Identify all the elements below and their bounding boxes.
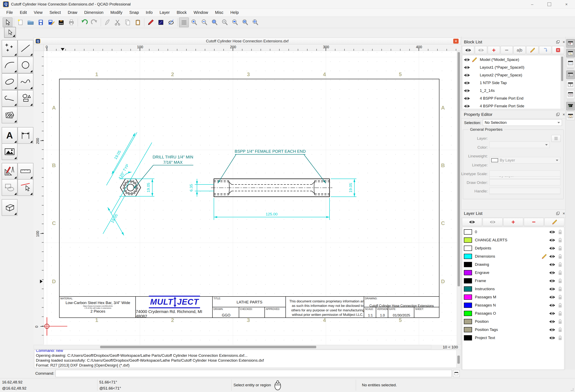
paste-button[interactable] [133, 18, 143, 27]
zoom-window-button[interactable] [240, 18, 250, 27]
menu-view[interactable]: View [30, 9, 46, 16]
layer-visible-icon[interactable] [549, 311, 555, 316]
layer-row[interactable]: Position [462, 317, 564, 326]
block-rename-button[interactable]: a|b [513, 46, 526, 54]
lock-icon[interactable] [558, 229, 563, 235]
layer-row[interactable]: Drawing [462, 261, 564, 269]
toggle-selection-filter-panel[interactable] [566, 80, 575, 89]
block-remove-button[interactable]: − [501, 46, 513, 54]
arc-tools-button[interactable] [2, 57, 18, 73]
layer-combo[interactable] [489, 142, 550, 148]
layer-row-current[interactable]: Dimensions [462, 252, 564, 261]
block-row[interactable]: 1 NTP Side Tap [462, 79, 564, 87]
redo-button[interactable] [90, 18, 99, 27]
lock-icon[interactable] [558, 303, 563, 308]
open-file-button[interactable] [26, 18, 35, 27]
circle-tools-button[interactable] [18, 57, 33, 73]
block-row[interactable]: 1_2_14s [462, 87, 564, 95]
lock-icon[interactable] [558, 278, 563, 284]
block-row[interactable]: 4 BSPP Female Port Side [462, 102, 564, 110]
command-input[interactable] [55, 370, 452, 377]
layer-row[interactable]: Engrave [462, 269, 564, 277]
maximize-button[interactable] [541, 0, 558, 9]
layer-visible-icon[interactable] [549, 246, 555, 250]
zoom-in-button[interactable] [189, 18, 199, 27]
viewport-vscrollbar[interactable] [457, 51, 461, 345]
shape-tools-button[interactable] [18, 90, 33, 107]
dimension-tools-button[interactable] [18, 127, 33, 144]
block-show-all-button[interactable] [462, 46, 474, 54]
drawing-viewport[interactable]: 1 2 3 4 5 1 2 3 4 5 A B C D A B C D [44, 51, 457, 345]
close-panel-icon[interactable]: × [563, 212, 565, 215]
lock-icon[interactable] [558, 254, 563, 259]
menu-dimension[interactable]: Dimension [81, 9, 107, 16]
point-tools-button[interactable] [2, 40, 18, 57]
layer-visible-icon[interactable] [549, 271, 555, 275]
toggle-command-line-panel[interactable] [566, 102, 575, 110]
layer-show-all-button[interactable] [462, 218, 482, 226]
layer-row[interactable]: Passages N [462, 301, 564, 309]
block-list-header[interactable]: Block List × [461, 38, 568, 46]
block-add-button[interactable]: + [488, 46, 500, 54]
selection-combo[interactable]: No Selection [483, 119, 562, 126]
toggle-library-panel[interactable] [566, 49, 575, 57]
ellipse-tools-button[interactable] [2, 73, 18, 90]
lock-icon[interactable] [558, 270, 563, 276]
block-hide-all-button[interactable] [475, 46, 487, 54]
toggle-block-list-panel[interactable] [566, 39, 575, 48]
layer-visible-icon[interactable] [549, 336, 555, 340]
layer-visible-icon[interactable] [549, 303, 555, 307]
menu-draw[interactable]: Draw [64, 9, 81, 16]
select-tool-button[interactable] [3, 18, 12, 27]
glue-tool-button[interactable] [102, 18, 112, 27]
block-purge-button[interactable]: ✕ [552, 46, 564, 54]
menu-select[interactable]: Select [46, 9, 64, 16]
save-button[interactable] [36, 18, 46, 27]
float-panel-icon[interactable] [556, 113, 560, 116]
solid-tools-button[interactable] [2, 199, 18, 216]
viewport-hscrollbar[interactable] [34, 345, 431, 349]
layer-visible-icon[interactable] [549, 328, 555, 332]
menu-edit[interactable]: Edit [16, 9, 30, 16]
menu-file[interactable]: File [3, 9, 16, 16]
lock-icon[interactable] [558, 319, 563, 324]
print-preview-button[interactable] [67, 18, 76, 27]
image-tools-button[interactable] [2, 143, 18, 160]
block-row[interactable]: 4 BSPP Female Port End [462, 94, 564, 102]
layer-visible-icon[interactable] [549, 320, 555, 324]
lock-icon[interactable] [558, 294, 563, 300]
lock-icon[interactable] [558, 262, 563, 267]
block-list[interactable]: Model (*Model_Space) Layout1 (*Paper_Spa… [462, 55, 564, 109]
minimize-button[interactable]: – [524, 0, 541, 9]
zoom-out-button[interactable] [199, 18, 209, 27]
undo-button[interactable] [79, 18, 89, 27]
close-panel-icon[interactable]: × [563, 40, 565, 44]
layer-row[interactable]: CHANGE ALERTS [462, 236, 564, 244]
toggle-preview-panel[interactable] [566, 59, 575, 67]
menu-snap[interactable]: Snap [126, 9, 142, 16]
toggle-property-editor-panel[interactable] [566, 111, 575, 120]
polyline-tools-button[interactable] [2, 90, 18, 107]
float-panel-icon[interactable] [556, 40, 560, 44]
drafting-tools-button[interactable] [2, 163, 18, 180]
zoom-auto-button[interactable] [210, 18, 219, 27]
cut-button[interactable] [113, 18, 122, 27]
lock-icon[interactable] [558, 286, 563, 292]
menu-misc[interactable]: Misc [212, 9, 227, 16]
menu-block[interactable]: Block [173, 9, 190, 16]
lock-icon[interactable] [558, 246, 563, 251]
layer-visible-icon[interactable] [549, 238, 555, 242]
block-edit-button[interactable] [526, 46, 538, 54]
measure-tools-button[interactable] [18, 163, 33, 180]
menu-help[interactable]: Help [227, 9, 242, 16]
document-close-button[interactable]: ✕ [453, 39, 458, 44]
block-insert-button[interactable] [539, 46, 551, 54]
layer-row[interactable]: Passages O [462, 309, 564, 317]
layer-visible-icon[interactable] [549, 287, 555, 291]
layer-remove-button[interactable]: − [524, 218, 544, 226]
toggle-layer-list-panel[interactable] [566, 70, 575, 79]
layer-row[interactable]: Project Text [462, 334, 564, 342]
linetype-toggle-button[interactable] [166, 18, 176, 27]
blueprint-mode-button[interactable] [156, 18, 166, 27]
layer-visible-icon[interactable] [549, 279, 555, 283]
